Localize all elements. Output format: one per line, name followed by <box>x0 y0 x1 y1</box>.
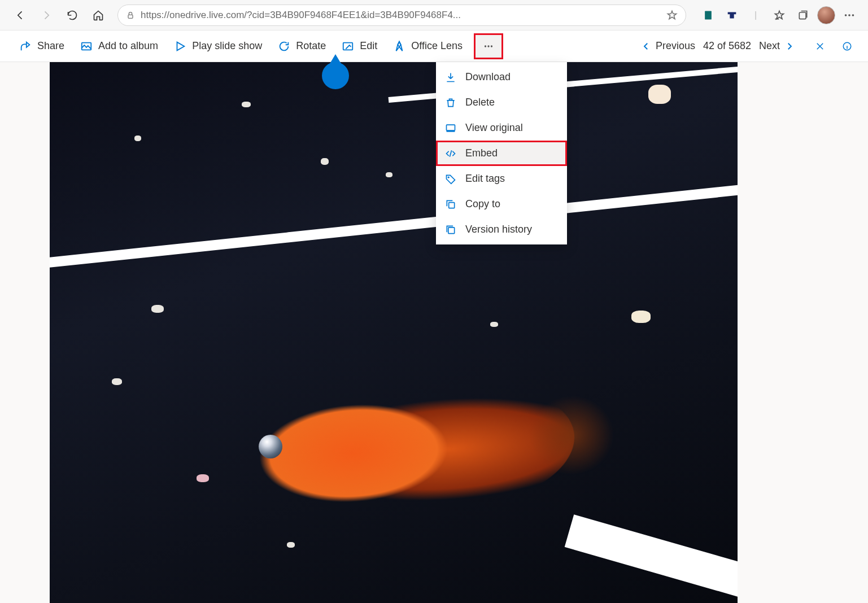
svg-point-13 <box>448 177 449 178</box>
lens-icon <box>393 40 405 53</box>
pager: Previous 42 of 5682 Next <box>641 37 857 56</box>
share-button[interactable]: Share <box>11 30 72 62</box>
menu-copy-to-label: Copy to <box>465 198 500 210</box>
office-lens-label: Office Lens <box>411 40 463 52</box>
chevron-left-icon <box>641 41 651 51</box>
more-actions-menu: Download Delete View original Embed Edit… <box>436 62 567 244</box>
rotate-button[interactable]: Rotate <box>270 30 334 62</box>
tag-icon <box>445 173 456 185</box>
svg-point-3 <box>845 14 847 16</box>
svg-rect-1 <box>705 11 712 19</box>
browser-right-icons: | <box>699 6 859 25</box>
back-button[interactable] <box>9 4 32 27</box>
close-button[interactable] <box>810 37 830 56</box>
photo-content <box>255 373 579 525</box>
forward-button[interactable] <box>35 4 58 27</box>
album-icon <box>80 40 93 53</box>
previous-button[interactable]: Previous <box>641 40 695 52</box>
svg-point-5 <box>852 14 854 16</box>
svg-point-9 <box>487 45 489 47</box>
edit-icon <box>342 40 354 53</box>
photo-content <box>259 435 282 458</box>
menu-download-label: Download <box>465 71 511 83</box>
add-to-album-label: Add to album <box>98 40 158 52</box>
menu-edit-tags[interactable]: Edit tags <box>436 166 567 191</box>
menu-embed[interactable]: Embed <box>436 141 567 166</box>
download-icon <box>445 72 456 83</box>
screen-icon <box>445 123 456 134</box>
pager-position: 42 of 5682 <box>703 40 751 52</box>
address-bar[interactable]: https://onedrive.live.com/?cid=3B4B90F94… <box>117 5 686 26</box>
menu-view-original-label: View original <box>465 122 523 134</box>
copy-icon <box>445 199 456 210</box>
ellipsis-icon <box>482 40 495 53</box>
history-icon <box>445 224 456 235</box>
more-actions-button[interactable] <box>474 33 503 59</box>
photo-content <box>565 514 738 603</box>
svg-point-10 <box>491 45 492 47</box>
collections-icon[interactable] <box>793 6 813 25</box>
svg-point-8 <box>485 45 486 47</box>
info-button[interactable] <box>838 37 857 56</box>
menu-embed-label: Embed <box>465 147 498 159</box>
svg-rect-2 <box>799 12 806 19</box>
divider: | <box>746 6 765 25</box>
favorites-icon[interactable] <box>770 6 789 25</box>
office-lens-button[interactable]: Office Lens <box>385 30 470 62</box>
share-icon <box>19 40 32 53</box>
share-label: Share <box>37 40 64 52</box>
add-to-album-button[interactable]: Add to album <box>72 30 166 62</box>
menu-version-history-label: Version history <box>465 224 532 235</box>
trash-icon <box>445 97 456 108</box>
previous-label: Previous <box>656 40 695 52</box>
reading-list-icon[interactable] <box>699 6 718 25</box>
chevron-right-icon <box>784 41 795 51</box>
browser-toolbar: https://onedrive.live.com/?cid=3B4B90F94… <box>0 0 868 30</box>
profile-avatar[interactable] <box>817 6 835 24</box>
lock-icon <box>126 11 135 20</box>
menu-edit-tags-label: Edit tags <box>465 173 505 185</box>
code-icon <box>445 148 456 159</box>
edit-label: Edit <box>360 40 377 52</box>
menu-copy-to[interactable]: Copy to <box>436 191 567 217</box>
command-bar: Share Add to album Play slide show Rotat… <box>0 30 868 62</box>
photo-content <box>50 177 738 270</box>
rotate-label: Rotate <box>296 40 326 52</box>
refresh-button[interactable] <box>61 4 84 27</box>
browser-more-icon[interactable] <box>840 6 859 25</box>
svg-rect-0 <box>128 15 133 18</box>
svg-rect-15 <box>448 227 455 233</box>
menu-delete[interactable]: Delete <box>436 90 567 115</box>
menu-download[interactable]: Download <box>436 64 567 90</box>
home-button[interactable] <box>87 4 110 27</box>
next-label: Next <box>759 40 780 52</box>
url-text: https://onedrive.live.com/?cid=3B4B90F94… <box>141 10 661 21</box>
extension-icon[interactable] <box>722 6 741 25</box>
location-pin-icon <box>322 62 349 89</box>
menu-version-history[interactable]: Version history <box>436 217 567 242</box>
rotate-icon <box>278 40 290 53</box>
add-favorite-icon[interactable] <box>666 10 678 21</box>
svg-rect-14 <box>449 202 455 208</box>
svg-point-4 <box>848 14 850 16</box>
next-button[interactable]: Next <box>759 40 795 52</box>
slideshow-button[interactable]: Play slide show <box>166 30 270 62</box>
play-icon <box>174 40 186 53</box>
photo-viewer[interactable] <box>50 62 738 603</box>
svg-rect-12 <box>447 125 455 130</box>
slideshow-label: Play slide show <box>192 40 262 52</box>
menu-view-original[interactable]: View original <box>436 115 567 141</box>
menu-delete-label: Delete <box>465 97 495 108</box>
